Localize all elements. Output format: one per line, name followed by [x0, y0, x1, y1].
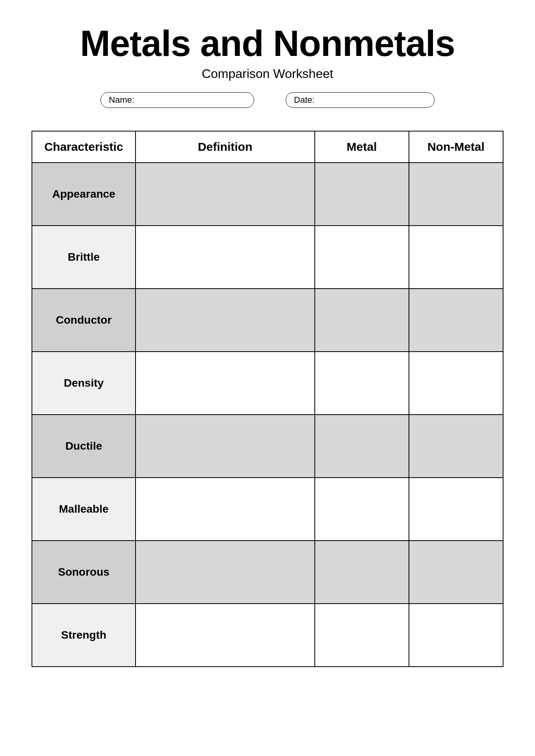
- table-row: Conductor: [32, 289, 503, 352]
- metal-cell[interactable]: [315, 604, 409, 667]
- characteristic-cell: Brittle: [32, 226, 136, 289]
- date-label: Date:: [294, 95, 315, 105]
- nonmetal-cell[interactable]: [409, 289, 503, 352]
- nonmetal-cell[interactable]: [409, 163, 503, 226]
- characteristic-cell: Malleable: [32, 478, 136, 541]
- nonmetal-cell[interactable]: [409, 604, 503, 667]
- form-fields: Name: Date:: [100, 92, 434, 108]
- table-row: Ductile: [32, 415, 503, 478]
- definition-cell[interactable]: [136, 289, 314, 352]
- characteristic-cell: Ductile: [32, 415, 136, 478]
- metal-cell[interactable]: [315, 289, 409, 352]
- name-label: Name:: [109, 95, 134, 105]
- header-metal: Metal: [315, 131, 409, 163]
- definition-cell[interactable]: [136, 478, 314, 541]
- metal-cell[interactable]: [315, 478, 409, 541]
- worksheet-table: Characteristic Definition Metal Non-Meta…: [32, 131, 503, 667]
- nonmetal-cell[interactable]: [409, 415, 503, 478]
- nonmetal-cell[interactable]: [409, 541, 503, 604]
- table-row: Density: [32, 352, 503, 415]
- header-nonmetal: Non-Metal: [409, 131, 503, 163]
- table-row: Brittle: [32, 226, 503, 289]
- table-row: Sonorous: [32, 541, 503, 604]
- metal-cell[interactable]: [315, 163, 409, 226]
- definition-cell[interactable]: [136, 352, 314, 415]
- table-row: Strength: [32, 604, 503, 667]
- page-title: Metals and Nonmetals: [80, 24, 455, 63]
- metal-cell[interactable]: [315, 226, 409, 289]
- nonmetal-cell[interactable]: [409, 478, 503, 541]
- metal-cell[interactable]: [315, 541, 409, 604]
- characteristic-cell: Density: [32, 352, 136, 415]
- table-row: Malleable: [32, 478, 503, 541]
- metal-cell[interactable]: [315, 352, 409, 415]
- definition-cell[interactable]: [136, 541, 314, 604]
- name-field-container: Name:: [100, 92, 254, 108]
- date-field-container: Date:: [286, 92, 435, 108]
- date-input[interactable]: [318, 95, 426, 105]
- page-subtitle: Comparison Worksheet: [202, 67, 333, 81]
- characteristic-cell: Strength: [32, 604, 136, 667]
- characteristic-cell: Conductor: [32, 289, 136, 352]
- characteristic-cell: Sonorous: [32, 541, 136, 604]
- header-characteristic: Characteristic: [32, 131, 136, 163]
- header-definition: Definition: [136, 131, 314, 163]
- characteristic-cell: Appearance: [32, 163, 136, 226]
- table-header-row: Characteristic Definition Metal Non-Meta…: [32, 131, 503, 163]
- definition-cell[interactable]: [136, 415, 314, 478]
- name-input[interactable]: [137, 95, 246, 105]
- definition-cell[interactable]: [136, 604, 314, 667]
- table-row: Appearance: [32, 163, 503, 226]
- metal-cell[interactable]: [315, 415, 409, 478]
- page-container: Metals and Nonmetals Comparison Workshee…: [32, 24, 503, 732]
- definition-cell[interactable]: [136, 163, 314, 226]
- definition-cell[interactable]: [136, 226, 314, 289]
- nonmetal-cell[interactable]: [409, 352, 503, 415]
- nonmetal-cell[interactable]: [409, 226, 503, 289]
